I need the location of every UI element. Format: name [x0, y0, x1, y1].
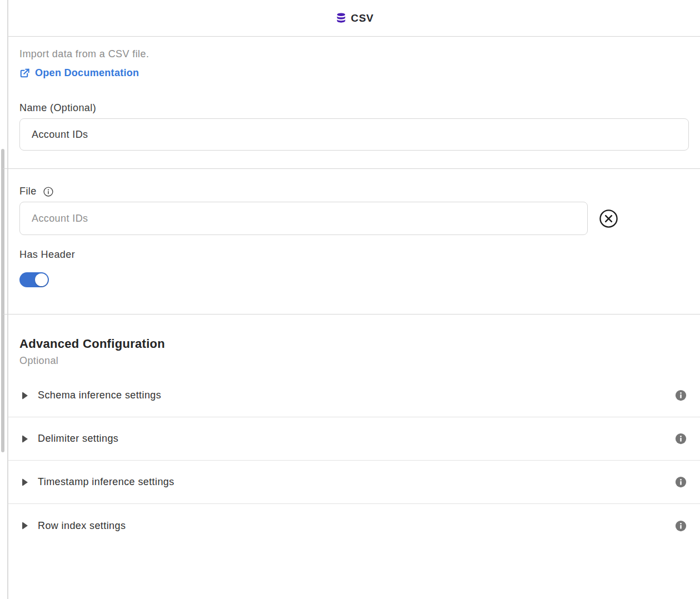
- chevron-right-icon: [22, 478, 28, 486]
- external-link-icon: [19, 68, 30, 78]
- advanced-settings-row[interactable]: Timestamp inference settings: [8, 461, 700, 504]
- chevron-right-icon: [22, 522, 28, 530]
- info-outline-icon[interactable]: [43, 186, 54, 197]
- panel-header: CSV: [8, 0, 700, 36]
- advanced-settings-row[interactable]: Schema inference settings: [8, 374, 700, 417]
- open-documentation-label: Open Documentation: [35, 67, 139, 79]
- has-header-toggle[interactable]: [19, 272, 49, 287]
- scrollbar-thumb[interactable]: [1, 149, 4, 452]
- csv-import-panel: { "header": { "title": "CSV" }, "intro":…: [0, 0, 700, 599]
- advanced-settings-row[interactable]: Delimiter settings: [8, 417, 700, 461]
- advanced-row-label: Delimiter settings: [38, 433, 118, 445]
- chevron-right-icon: [22, 435, 28, 443]
- advanced-configuration-subtitle: Optional: [19, 355, 58, 367]
- advanced-configuration-title: Advanced Configuration: [19, 337, 165, 351]
- info-filled-icon[interactable]: [675, 476, 687, 488]
- advanced-row-label: Row index settings: [38, 520, 126, 532]
- section-divider: [3, 168, 700, 169]
- open-documentation-link[interactable]: Open Documentation: [19, 67, 139, 79]
- name-input[interactable]: [19, 118, 689, 151]
- file-field-label: File: [19, 186, 37, 197]
- panel-title: CSV: [351, 12, 374, 24]
- info-filled-icon[interactable]: [675, 520, 687, 532]
- file-field-header: File: [19, 186, 54, 197]
- section-divider: [3, 314, 700, 315]
- advanced-row-label: Timestamp inference settings: [38, 476, 174, 488]
- advanced-settings-row[interactable]: Row index settings: [8, 504, 700, 547]
- chevron-right-icon: [22, 392, 28, 400]
- info-filled-icon[interactable]: [675, 390, 687, 401]
- advanced-row-label: Schema inference settings: [38, 390, 161, 401]
- info-filled-icon[interactable]: [675, 433, 687, 445]
- header-divider: [8, 36, 700, 37]
- file-input[interactable]: [19, 202, 588, 235]
- name-field-label: Name (Optional): [19, 102, 96, 114]
- clear-file-button[interactable]: [599, 209, 618, 228]
- database-icon: [335, 12, 347, 24]
- has-header-label: Has Header: [19, 249, 75, 261]
- import-description: Import data from a CSV file.: [19, 48, 149, 60]
- toggle-knob: [35, 273, 48, 286]
- advanced-rows: Schema inference settings Delimiter sett…: [8, 374, 700, 547]
